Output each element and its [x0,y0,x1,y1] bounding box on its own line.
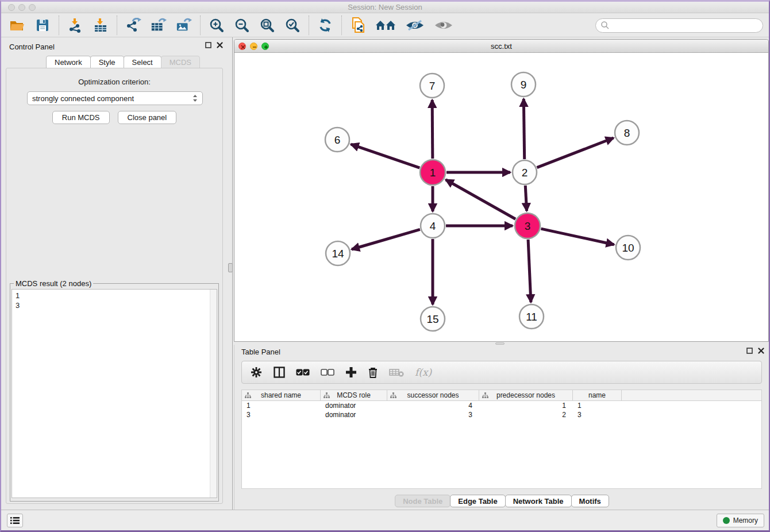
eye-slash-icon [405,18,425,32]
tab-node-table[interactable]: Node Table [395,495,451,507]
function-builder-button[interactable]: f(x) [415,367,432,378]
tab-network-table[interactable]: Network Table [505,495,572,507]
control-panel: Control Panel Network Style Select MCDS … [1,37,228,510]
splitter-grip[interactable] [228,263,233,272]
table-settings-button[interactable] [250,366,263,379]
graph-node-label: 8 [624,127,630,139]
float-panel-icon[interactable] [205,42,211,48]
select-stepper-icon [192,94,198,102]
table-cell[interactable]: dominator [321,410,387,419]
open-session-button[interactable] [9,17,25,33]
tab-edge-table[interactable]: Edge Table [450,495,505,507]
zoom-in-button[interactable] [209,17,225,33]
tab-select[interactable]: Select [124,56,161,68]
unselect-all-button[interactable] [321,369,334,376]
table-cell[interactable]: 3 [242,410,321,419]
tab-network[interactable]: Network [46,56,91,68]
import-network-icon [68,18,83,33]
close-panel-button[interactable]: Close panel [118,111,177,124]
task-history-button[interactable] [7,514,23,527]
table-cell[interactable]: dominator [321,401,387,410]
checked-boxes-icon [296,369,310,376]
result-scrollbar[interactable] [210,290,217,498]
table-cell[interactable]: 4 [387,401,479,410]
graph-edge-3-11[interactable] [528,240,531,302]
export-table-button[interactable] [151,17,167,33]
column-chooser-button[interactable] [274,367,285,378]
export-image-button[interactable] [176,17,192,33]
mcds-result-text[interactable]: 13 [11,289,217,498]
close-panel-icon[interactable] [217,42,223,48]
open-folder-icon [9,18,25,32]
table-panel: Table Panel [234,345,769,510]
column-header[interactable]: predecessor nodes [479,390,573,400]
zoom-in-icon [209,18,224,33]
column-header[interactable]: shared name [242,390,321,400]
list-icon [10,516,20,525]
column-header[interactable]: MCDS role [321,390,387,400]
control-panel-title: Control Panel [9,43,55,51]
zoom-selected-button[interactable] [284,17,301,33]
graph-edge-3-10[interactable] [541,229,614,245]
column-header[interactable]: successor nodes [387,390,479,400]
refresh-icon [318,18,333,33]
table-row[interactable]: 3dominator323 [242,410,761,419]
graph-node-label: 14 [332,248,344,260]
float-panel-icon[interactable] [746,348,753,354]
graph-node-label: 7 [429,80,436,92]
vertical-splitter[interactable] [228,37,234,510]
home-layout-button[interactable] [375,17,396,33]
network-canvas[interactable]: 7968124314101511 [235,53,768,341]
delete-column-button[interactable] [389,368,404,377]
graph-edge-3-1[interactable] [446,180,515,219]
export-network-button[interactable] [125,17,141,33]
gear-icon [250,366,263,379]
network-view-window: scc.txt 7968124314101511 [234,39,769,342]
table-cell[interactable]: 3 [387,410,479,419]
import-table-icon [93,18,108,33]
column-header[interactable]: name [573,390,622,400]
import-table-button[interactable] [93,17,109,33]
table-tabs: Node Table Edge Table Network Table Moti… [234,495,769,507]
tab-motifs[interactable]: Motifs [571,495,609,507]
table-cell[interactable]: 1 [242,401,321,410]
hide-selected-button[interactable] [405,17,425,33]
optimization-criterion-select[interactable]: strongly connected component [27,91,203,105]
search-input[interactable] [595,18,763,33]
select-all-button[interactable] [296,369,310,376]
tab-style[interactable]: Style [90,56,124,68]
graph-node-label: 9 [521,79,527,91]
add-row-button[interactable] [345,367,357,378]
import-network-button[interactable] [67,17,83,33]
network-window-titlebar[interactable]: scc.txt [234,40,768,53]
node-table: shared nameMCDS rolesuccessor nodesprede… [241,390,762,489]
show-all-button[interactable] [434,17,453,33]
graph-edge-2-8[interactable] [537,138,613,168]
table-cell[interactable]: 2 [479,410,573,419]
table-cell[interactable]: 1 [573,401,622,410]
tab-mcds[interactable]: MCDS [161,56,200,68]
zoom-selected-icon [285,18,300,33]
window-title: Session: New Session [1,3,769,11]
run-mcds-button[interactable]: Run MCDS [52,111,110,124]
table-cell[interactable]: 1 [479,401,573,410]
graph-edge-4-14[interactable] [352,229,420,249]
mcds-result-group: MCDS result (2 nodes) 13 [10,283,219,502]
table-cell[interactable]: 3 [573,410,622,419]
selected-criterion: strongly connected component [32,94,134,103]
mcds-panel: Optimization criterion: strongly connect… [6,68,223,504]
save-session-button[interactable] [34,17,51,33]
graph-edge-2-9[interactable] [523,99,524,159]
graph-edge-2-3[interactable] [525,186,526,211]
zoom-out-button[interactable] [234,17,250,33]
memory-button[interactable]: Memory [717,514,764,527]
close-panel-icon[interactable] [758,348,764,354]
delete-row-button[interactable] [368,367,378,378]
graph-edge-1-6[interactable] [351,144,420,168]
table-body: 1dominator4113dominator323 [242,401,761,419]
refresh-view-button[interactable] [317,17,333,33]
table-row[interactable]: 1dominator411 [242,401,761,410]
first-neighbors-button[interactable] [350,17,366,33]
graph-edge-1-7[interactable] [432,100,433,159]
zoom-fit-button[interactable] [259,17,275,33]
